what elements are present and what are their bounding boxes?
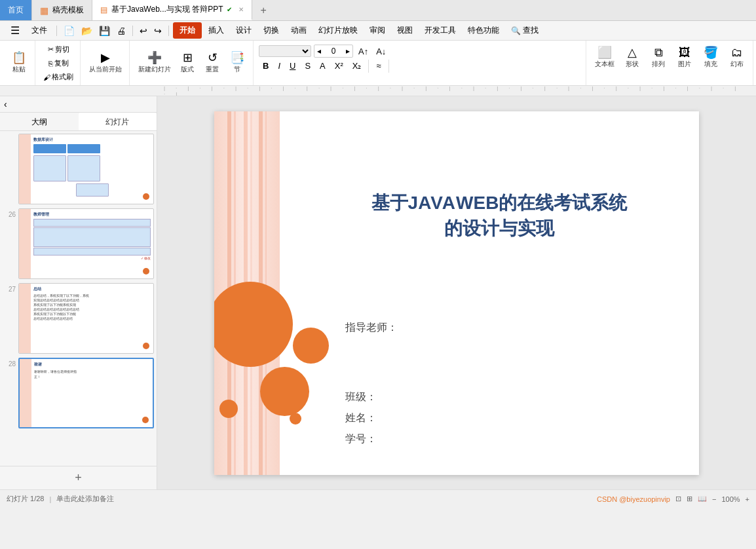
add-slide-btn[interactable]: + xyxy=(0,466,157,489)
subscript-btn[interactable]: X₂ xyxy=(349,59,366,73)
menu-special[interactable]: 特色功能 xyxy=(463,24,504,37)
ruler-marks: |·|·|·|·|·|·|·|·|·|·|·|·|·|·|·|·|·|·|·|·… xyxy=(157,86,756,96)
paste-btn[interactable]: 📋 粘贴 xyxy=(7,50,31,76)
sidebar-left-arrow[interactable]: ‹ xyxy=(4,99,7,109)
tab-close-btn[interactable]: ✕ xyxy=(238,6,244,13)
font-color-btn[interactable]: A xyxy=(316,59,330,73)
slide-deco xyxy=(19,134,31,204)
slide-25-title: 数据库设计 xyxy=(33,137,151,143)
slide-26-table-3 xyxy=(33,248,151,256)
list-item[interactable]: 数据库设计 xyxy=(3,134,154,204)
toolbar-print[interactable]: 🖨 xyxy=(114,24,128,37)
slide-thumbnail[interactable]: 教师管理 ✓ 修改 xyxy=(18,208,154,279)
toolbar-newfile[interactable]: 📄 xyxy=(61,24,77,37)
menu-view[interactable]: 视图 xyxy=(392,24,418,37)
slide-title[interactable]: 基于JAVAWEB的在线考试系统 的设计与实现 xyxy=(312,190,686,241)
toolbar-open[interactable]: 📂 xyxy=(79,24,95,37)
zoom-in-btn[interactable]: + xyxy=(746,495,749,503)
bold-btn[interactable]: B xyxy=(259,59,273,73)
menu-review[interactable]: 审阅 xyxy=(364,24,390,37)
new-slide-btn[interactable]: ➕ 新建幻灯片 xyxy=(135,50,174,76)
char-spacing-btn[interactable]: ≈ xyxy=(372,59,385,73)
ribbon-group-format: ◂ ▸ A↑ A↓ B I U S A X² X₂ xyxy=(255,41,586,85)
view-normal-icon[interactable]: ⊡ xyxy=(675,495,681,503)
new-slide-btns: ➕ 新建幻灯片 ⊞ 版式 ↺ 重置 📑 节 xyxy=(135,43,249,83)
format-painter-btn[interactable]: 🖌 格式刷 xyxy=(41,71,76,83)
template-tab-label: 稿壳模板 xyxy=(52,5,84,16)
menu-hamburger[interactable]: ☰ xyxy=(5,23,25,38)
cut-btn[interactable]: ✂ 剪切 xyxy=(45,43,72,56)
search-icon: 🔍 xyxy=(511,26,521,35)
slides-tab-label: 幻灯片 xyxy=(105,117,129,126)
list-item[interactable]: 26 教师管理 ✓ 修改 xyxy=(3,208,154,279)
tab-add-btn[interactable]: + xyxy=(252,5,274,16)
paste-btn-group: 📋 粘贴 xyxy=(7,43,31,83)
slide-thumbnail-active[interactable]: 致谢 谢谢聆听，请各位老师批评指正！ xyxy=(18,358,154,428)
tab-home[interactable]: 首页 xyxy=(0,0,32,20)
tab-template[interactable]: ▦ 稿壳模板 xyxy=(32,0,92,20)
menu-transition[interactable]: 切换 xyxy=(258,24,284,37)
font-size-input[interactable] xyxy=(324,45,343,57)
menu-design[interactable]: 设计 xyxy=(231,24,257,37)
strikethrough-btn[interactable]: S xyxy=(301,59,314,73)
picture-icon: 🖼 xyxy=(679,47,690,58)
menu-animation[interactable]: 动画 xyxy=(286,24,312,37)
zoom-out-btn[interactable]: − xyxy=(712,495,716,503)
slide-dot xyxy=(142,417,149,423)
menu-devtools[interactable]: 开发工具 xyxy=(419,24,461,37)
reset-icon: ↺ xyxy=(208,52,217,64)
section-btn[interactable]: 📑 节 xyxy=(225,50,249,76)
slide-advisor-area[interactable]: 指导老师： xyxy=(345,321,679,335)
menu-search[interactable]: 🔍查找 xyxy=(506,24,544,37)
menu-insert[interactable]: 插入 xyxy=(203,24,229,37)
superscript-btn[interactable]: X² xyxy=(331,59,347,73)
toolbar-redo[interactable]: ↪ xyxy=(151,24,164,37)
start-slideshow-btn[interactable]: 开始 xyxy=(173,22,202,39)
layout-btn[interactable]: ⊞ 版式 xyxy=(176,50,199,76)
slide-list: 数据库设计 xyxy=(0,131,157,466)
list-item[interactable]: 27 总结 总结总结，系统实现了以下功能，系统实现总结总结总结总结总结总结 系统… xyxy=(3,283,154,354)
slide-info-area[interactable]: 班级： 姓名： 学号： xyxy=(345,387,679,449)
italic-btn[interactable]: I xyxy=(274,59,284,73)
toolbar-undo[interactable]: ↩ xyxy=(137,24,150,37)
list-item[interactable]: 28 致谢 谢谢聆听，请各位老师批评指正！ xyxy=(3,358,154,428)
menu-slideshow[interactable]: 幻灯片放映 xyxy=(313,24,363,37)
fill-btn[interactable]: 🪣 填充 xyxy=(699,45,723,71)
view-reading-icon[interactable]: 📖 xyxy=(698,495,707,503)
name-label: 姓名： xyxy=(345,412,377,423)
sidebar-nav-row: ‹ xyxy=(0,96,157,113)
bottom-bar: 幻灯片 1/28 | 单击此处添加备注 CSDN @biyezuopinvip … xyxy=(0,489,756,508)
shape-btn[interactable]: △ 形状 xyxy=(620,45,644,71)
slide-25-tables xyxy=(33,144,151,197)
slide-thumbnail[interactable]: 数据库设计 xyxy=(18,134,154,204)
add-note-label[interactable]: 单击此处添加备注 xyxy=(56,494,114,504)
reset-btn[interactable]: ↺ 重置 xyxy=(200,50,224,76)
view-grid-icon[interactable]: ⊞ xyxy=(687,495,692,503)
canvas-btn[interactable]: 🗂 幻布 xyxy=(725,45,749,71)
picture-btn[interactable]: 🖼 图片 xyxy=(673,45,696,71)
underline-btn[interactable]: U xyxy=(286,59,299,73)
menu-sep-2 xyxy=(132,26,133,36)
menu-file[interactable]: 文件 xyxy=(26,24,52,37)
toolbar-save[interactable]: 💾 xyxy=(96,24,113,37)
tab-doc[interactable]: ▤ 基于JavaWeb...与实现 答辩PPT ✔ ✕ xyxy=(92,0,252,20)
section-label: 节 xyxy=(234,65,240,74)
slide-canvas[interactable]: 基于JAVAWEB的在线考试系统 的设计与实现 指导老师： 班级： 姓名： 学号… xyxy=(214,111,699,475)
font-size-increase-btn[interactable]: ▸ xyxy=(343,47,352,56)
font-size-down-btn[interactable]: A↓ xyxy=(373,45,388,58)
zoom-level-display: 100% xyxy=(721,495,740,503)
start-from-current-btn[interactable]: ▶ 从当前开始 xyxy=(86,50,125,76)
arrange-btn[interactable]: ⧉ 排列 xyxy=(647,45,670,71)
home-tab-label: 首页 xyxy=(8,5,24,16)
shape-label: 形状 xyxy=(626,60,639,69)
slide-thumbnail[interactable]: 总结 总结总结，系统实现了以下功能，系统实现总结总结总结总结总结总结 系统实现了… xyxy=(18,283,154,354)
font-family-select[interactable] xyxy=(259,45,311,57)
font-size-decrease-btn[interactable]: ◂ xyxy=(314,47,324,56)
sidebar-tab-outline[interactable]: 大纲 xyxy=(0,113,79,130)
font-size-up-btn[interactable]: A↑ xyxy=(356,45,371,58)
copy-btn[interactable]: ⎘ 复制 xyxy=(46,57,71,69)
text-box-btn[interactable]: ⬜ 文本框 xyxy=(592,45,618,71)
text-box-icon: ⬜ xyxy=(597,47,612,58)
sidebar-tab-slides[interactable]: 幻灯片 xyxy=(79,113,157,130)
new-slide-icon: ➕ xyxy=(147,52,162,64)
